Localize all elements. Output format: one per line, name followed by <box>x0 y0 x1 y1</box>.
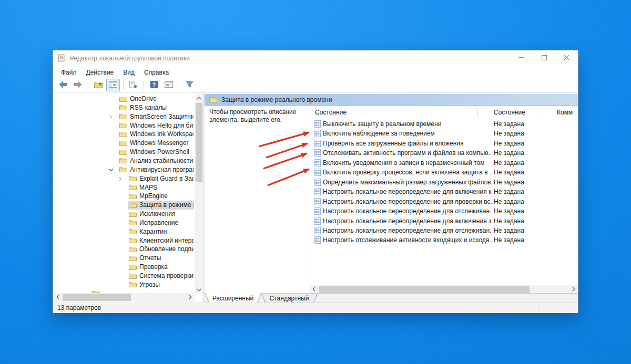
scroll-down-button[interactable] <box>195 285 203 293</box>
setting-row[interactable]: Настроить отслеживание активности входящ… <box>310 235 578 245</box>
list-horizontal-scrollbar <box>310 285 578 294</box>
tree-item[interactable]: Windows PowerShell <box>53 148 195 157</box>
tree-item[interactable]: Защита в режиме реального в <box>53 201 195 210</box>
setting-row[interactable]: Настроить локальное переопределение для … <box>310 197 578 206</box>
tree-item[interactable]: Антивирусная программа "Защит <box>53 165 195 174</box>
tree-item-content: Windows PowerShell <box>118 148 194 157</box>
show-window-button[interactable] <box>162 79 176 91</box>
export-list-icon <box>129 81 138 90</box>
export-list-button[interactable] <box>127 79 140 91</box>
menubar: ФайлДействиеВидСправка <box>53 66 578 78</box>
tree-item-content: MpEngine <box>128 192 194 201</box>
setting-row[interactable]: Настроить локальное переопределение для … <box>310 226 578 235</box>
tree-item[interactable]: MpEngine <box>53 192 195 201</box>
tree-collapsed-icon[interactable] <box>108 115 114 120</box>
scroll-left-button[interactable] <box>310 285 318 294</box>
setting-row[interactable]: Проверять все загруженные файлы и вложен… <box>310 139 578 148</box>
tree-item[interactable]: Проверка <box>53 263 195 272</box>
tree-item[interactable]: Windows Messenger <box>53 139 195 148</box>
tree-vertical-scrollbar <box>195 93 203 293</box>
up-one-level-button[interactable] <box>91 79 105 91</box>
console-tree: OneDriveRSS-каналыSmartScreen Защитника … <box>53 92 195 293</box>
menu-item-2[interactable]: Вид <box>118 67 139 78</box>
setting-row[interactable]: Отслеживать активность программ и файлов… <box>310 148 578 158</box>
tree-item[interactable]: Windows Hello для бизнеса <box>53 121 195 130</box>
folder-icon <box>129 282 137 288</box>
statusbar: 13 параметров <box>53 303 578 313</box>
folder-icon <box>119 140 127 147</box>
setting-row[interactable]: Определить максимальный размер загруженн… <box>310 178 578 187</box>
tree-item-label: OneDrive <box>130 95 157 103</box>
tree-item-content: Карантин <box>128 227 194 236</box>
setting-name: Определить максимальный размер загруженн… <box>323 179 492 186</box>
tree-item-content: Exploit Guard в Защитнике Wir <box>128 174 194 183</box>
setting-row[interactable]: Настроить локальное переопределение для … <box>310 206 578 216</box>
folder-icon <box>119 122 127 129</box>
setting-row[interactable]: Включить наблюдение за поведениемНе зада… <box>310 129 578 138</box>
tree-item[interactable]: RSS-каналы <box>53 103 195 112</box>
tree-item[interactable]: Карантин <box>53 227 195 236</box>
minimize-button[interactable] <box>510 50 533 66</box>
help-icon: ? <box>150 81 158 90</box>
setting-state: Не задана <box>494 207 524 215</box>
folder-icon <box>129 220 137 226</box>
setting-name: Настроить локальное переопределение для … <box>323 207 492 215</box>
folder-icon <box>119 158 127 164</box>
tree-item-content: Антивирусная программа "Защит <box>118 165 194 174</box>
scroll-up-button[interactable] <box>195 93 203 101</box>
tree-item-label: Антивирусная программа "Защит <box>130 165 194 174</box>
tree-item-content: Windows Messenger <box>118 139 194 148</box>
scrollbar-thumb[interactable] <box>196 103 202 182</box>
tree-item[interactable]: Отчеты <box>53 254 195 263</box>
folder-icon <box>119 113 127 120</box>
tree-item-content: SmartScreen Защитника Windows <box>118 112 194 121</box>
tree-item[interactable]: Windows Ink Workspace <box>53 130 195 139</box>
forward-button[interactable] <box>71 79 85 91</box>
chevron-left-icon <box>56 294 59 301</box>
tree-item-content: Защита в режиме реального в <box>128 201 194 210</box>
menu-item-3[interactable]: Справка <box>139 67 174 78</box>
back-button[interactable] <box>56 79 70 91</box>
tree-item[interactable]: Исправление <box>53 219 195 227</box>
tree-item[interactable]: Клиентский интерфейс <box>53 236 195 245</box>
maximize-button[interactable] <box>533 50 555 66</box>
tree-expanded-icon[interactable] <box>108 168 114 173</box>
setting-row[interactable]: Выключить защиту в реальном времениНе за… <box>310 119 578 129</box>
tree-item[interactable]: Угрозы <box>53 280 195 289</box>
show-console-tree-button[interactable] <box>106 79 120 91</box>
filter-button[interactable] <box>182 79 196 91</box>
setting-row[interactable]: Настроить локальное переопределение для … <box>310 216 578 226</box>
scroll-right-button[interactable] <box>186 293 195 301</box>
setting-row[interactable]: Включить уведомления о записи в неразмеч… <box>310 158 578 168</box>
tree-item-label: Система проверки сети <box>139 272 194 280</box>
menu-item-1[interactable]: Действие <box>82 67 119 78</box>
tree-item[interactable]: SmartScreen Защитника Windows <box>53 112 195 121</box>
titlebar[interactable]: Редактор локальной групповой политики <box>53 50 578 66</box>
tree-item[interactable]: Обновление подписей <box>53 245 195 254</box>
setting-icon <box>314 130 321 137</box>
tree-collapsed-icon[interactable] <box>118 176 123 182</box>
setting-row[interactable]: Настроить локальное переопределение для … <box>310 187 578 196</box>
tree-item[interactable]: Анализ стабильности Windows <box>53 157 195 165</box>
setting-name: Выключить защиту в реальном времени <box>323 120 441 128</box>
tree-item[interactable]: MAPS <box>53 183 195 192</box>
window-title: Редактор локальной групповой политики <box>70 55 190 62</box>
setting-icon <box>314 120 321 128</box>
scrollbar-thumb[interactable] <box>319 286 530 293</box>
help-button[interactable]: ? <box>147 79 161 91</box>
setting-name: Настроить локальное переопределение для … <box>323 188 492 195</box>
tree-item-label: Windows Ink Workspace <box>130 130 194 139</box>
setting-row[interactable]: Включить проверку процессов, если включе… <box>310 168 578 177</box>
tree-item-content: Анализ стабильности Windows <box>118 157 194 165</box>
scroll-left-button[interactable] <box>54 293 62 301</box>
tree-item[interactable]: Система проверки сети <box>53 272 195 280</box>
scroll-right-button[interactable] <box>569 285 578 294</box>
tree-item[interactable]: Исключения <box>53 210 195 219</box>
tree-item[interactable]: OneDrive <box>53 95 195 103</box>
setting-icon <box>314 169 321 176</box>
close-button[interactable] <box>555 50 578 66</box>
main-area: OneDriveRSS-каналыSmartScreen Защитника … <box>53 92 578 303</box>
tree-item[interactable]: Exploit Guard в Защитнике Wir <box>53 174 195 183</box>
scrollbar-thumb[interactable] <box>63 294 131 301</box>
menu-item-0[interactable]: Файл <box>56 67 82 78</box>
